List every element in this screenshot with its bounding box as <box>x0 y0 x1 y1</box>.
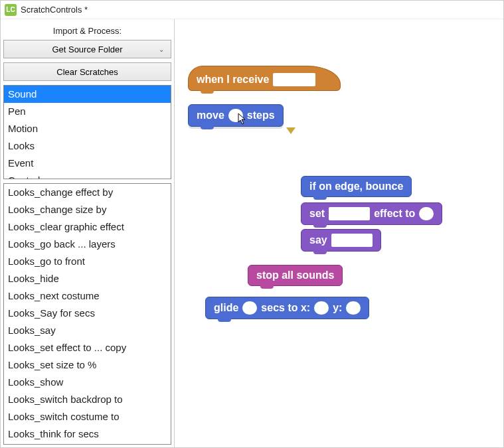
block-list-item[interactable]: Looks_switch costume to <box>4 408 171 425</box>
get-source-folder-dropdown[interactable]: Get Source Folder ⌄ <box>3 40 171 58</box>
category-item[interactable]: Looks <box>4 137 171 155</box>
block-set-effect-to[interactable]: set effect to <box>301 202 442 225</box>
block-when-i-receive[interactable]: when I receive <box>188 66 341 91</box>
category-item[interactable]: Motion <box>4 120 171 137</box>
block-listbox[interactable]: Looks_change effect byLooks_change size … <box>3 183 171 445</box>
app-icon: LC <box>5 4 17 16</box>
say-text-slot[interactable] <box>331 234 373 247</box>
block-text: stop all sounds <box>256 269 334 281</box>
block-list-item[interactable]: Looks_Say for secs <box>4 305 171 322</box>
block-list-item[interactable]: Looks_clear graphic effect <box>4 218 171 236</box>
receive-message-slot[interactable] <box>273 73 315 86</box>
sidebar: Import & Process: Get Source Folder ⌄ Cl… <box>1 19 175 447</box>
block-text: secs to x: <box>261 302 310 314</box>
block-list-item[interactable]: Looks_change effect by <box>4 184 171 201</box>
app-window: LC ScratchControls * Import & Process: G… <box>0 0 504 448</box>
block-list-item[interactable]: Looks_go to front <box>4 253 171 270</box>
titlebar: LC ScratchControls * <box>1 1 503 19</box>
block-list-item[interactable]: Looks_change size by <box>4 201 171 218</box>
block-list-item[interactable]: Looks_switch backdrop to <box>4 391 171 408</box>
block-list-item[interactable]: Looks_set effect to ... copy <box>4 339 171 356</box>
import-process-label: Import & Process: <box>3 22 171 40</box>
move-steps-slot[interactable] <box>228 109 243 122</box>
block-text: say <box>309 234 327 246</box>
block-say[interactable]: say <box>301 229 381 252</box>
block-text: glide <box>214 302 238 314</box>
block-text: when I receive <box>197 74 269 86</box>
block-text: move <box>197 110 224 121</box>
category-item[interactable]: Control <box>4 172 171 179</box>
window-title: ScratchControls * <box>21 5 88 15</box>
clear-scratches-label: Clear Scratches <box>56 67 118 77</box>
block-text: effect to <box>374 208 415 220</box>
category-item[interactable]: Event <box>4 155 171 172</box>
block-text: y: <box>333 302 342 314</box>
block-list-item[interactable]: Looks_set size to % <box>4 356 171 374</box>
block-list-item[interactable]: Looks_next costume <box>4 287 171 305</box>
script-canvas[interactable]: when I receive move steps if on edge, bo… <box>175 19 503 447</box>
glide-y-slot[interactable] <box>346 301 361 315</box>
block-list-item[interactable]: Looks_say <box>4 322 171 339</box>
block-list-item[interactable]: Looks_show <box>4 374 171 391</box>
category-item[interactable]: Pen <box>4 103 171 120</box>
block-list-item[interactable]: Looks_go back ... layers <box>4 236 171 253</box>
category-item[interactable]: Sound <box>4 86 171 103</box>
block-move-steps[interactable]: move steps <box>188 104 284 127</box>
block-glide-secs-to-xy[interactable]: glide secs to x: y: <box>205 297 369 319</box>
clear-scratches-button[interactable]: Clear Scratches <box>3 62 171 81</box>
effect-value-slot[interactable] <box>419 207 434 220</box>
chevron-down-icon: ⌄ <box>159 46 164 53</box>
block-text: steps <box>247 110 275 121</box>
block-list-item[interactable]: Looks_hide <box>4 270 171 287</box>
effect-name-slot[interactable] <box>329 207 370 220</box>
block-text: set <box>309 208 325 220</box>
get-source-folder-label: Get Source Folder <box>52 44 122 54</box>
drop-indicator-icon <box>286 127 295 134</box>
glide-secs-slot[interactable] <box>242 301 257 315</box>
block-if-on-edge-bounce[interactable]: if on edge, bounce <box>301 176 412 197</box>
block-list-item[interactable]: Looks_think <box>4 443 171 445</box>
glide-x-slot[interactable] <box>314 301 329 315</box>
block-stop-all-sounds[interactable]: stop all sounds <box>248 265 343 286</box>
category-listbox[interactable]: SoundPenMotionLooksEventControl <box>3 85 171 179</box>
block-text: if on edge, bounce <box>309 181 403 192</box>
block-list-item[interactable]: Looks_think for secs <box>4 425 171 443</box>
